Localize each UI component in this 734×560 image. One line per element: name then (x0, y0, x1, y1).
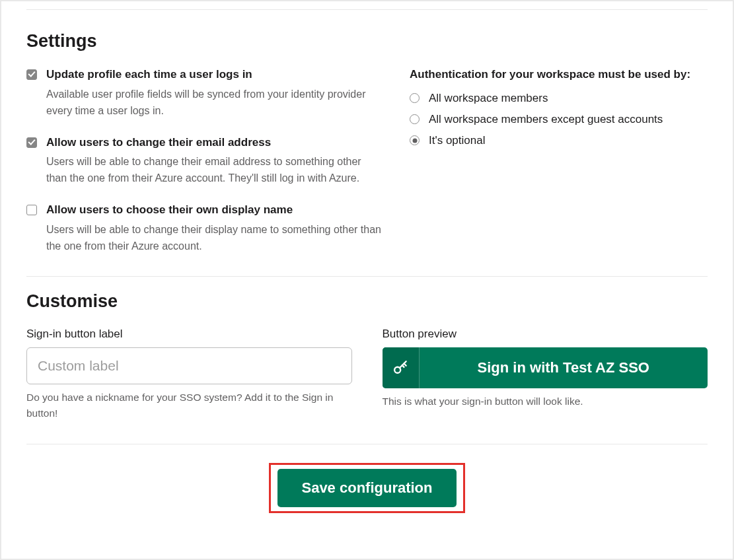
settings-section: Settings Update profile each time a user… (26, 31, 708, 255)
settings-panel: Settings Update profile each time a user… (0, 0, 734, 560)
radio-icon (410, 114, 420, 124)
divider-mid (26, 276, 708, 277)
customise-columns: Sign-in button label Do you have a nickn… (26, 328, 708, 421)
settings-title: Settings (26, 31, 708, 52)
checkbox-allow-display-name[interactable] (26, 205, 37, 215)
signin-helper: Do you have a nickname for your SSO syst… (26, 390, 352, 421)
option-desc: Available user profile fields will be sy… (46, 87, 383, 120)
auth-title: Authentication for your workspace must b… (410, 67, 708, 83)
option-desc: Users will be able to change their displ… (46, 222, 383, 255)
key-icon (383, 347, 420, 388)
checkbox-allow-email-change[interactable] (26, 137, 37, 148)
option-body: Update profile each time a user logs in … (46, 67, 383, 120)
settings-options-column: Update profile each time a user logs in … (26, 67, 383, 255)
option-desc: Users will be able to change their email… (46, 154, 383, 187)
radio-icon (410, 93, 420, 103)
option-allow-email-change: Allow users to change their email addres… (26, 135, 383, 188)
radio-label: It's optional (429, 134, 485, 147)
button-preview-col: Button preview Sign in with Test AZ SSO … (383, 328, 708, 421)
preview-title: Button preview (383, 328, 708, 341)
option-allow-display-name: Allow users to choose their own display … (26, 203, 383, 255)
preview-button: Sign in with Test AZ SSO (383, 347, 708, 388)
auth-column: Authentication for your workspace must b… (410, 67, 708, 255)
radio-icon (410, 135, 420, 145)
radio-label: All workspace members (429, 92, 548, 105)
option-title: Allow users to choose their own display … (46, 203, 383, 218)
radio-except-guests[interactable]: All workspace members except guest accou… (410, 113, 708, 126)
option-title: Allow users to change their email addres… (46, 135, 383, 151)
option-body: Allow users to change their email addres… (46, 135, 383, 188)
footer: Save configuration (26, 463, 708, 513)
divider-bottom (26, 444, 708, 444)
preview-button-text: Sign in with Test AZ SSO (420, 347, 708, 388)
signin-label-input[interactable] (26, 347, 352, 384)
signin-label-col: Sign-in button label Do you have a nickn… (26, 328, 352, 421)
customise-section: Customise Sign-in button label Do you ha… (26, 291, 708, 421)
signin-label-title: Sign-in button label (26, 328, 352, 341)
svg-line-2 (404, 363, 406, 365)
settings-columns: Update profile each time a user logs in … (26, 67, 708, 255)
checkbox-update-profile[interactable] (26, 69, 37, 80)
save-configuration-button[interactable]: Save configuration (277, 469, 456, 507)
radio-all-members[interactable]: All workspace members (410, 92, 708, 105)
customise-title: Customise (26, 291, 708, 312)
radio-optional[interactable]: It's optional (410, 134, 708, 147)
option-title: Update profile each time a user logs in (46, 67, 383, 83)
svg-line-3 (402, 365, 404, 367)
save-highlight: Save configuration (269, 463, 464, 513)
divider-top (26, 9, 708, 10)
option-update-profile: Update profile each time a user logs in … (26, 67, 383, 120)
option-body: Allow users to choose their own display … (46, 203, 383, 255)
preview-helper: This is what your sign-in button will lo… (383, 394, 708, 409)
radio-label: All workspace members except guest accou… (429, 113, 663, 126)
